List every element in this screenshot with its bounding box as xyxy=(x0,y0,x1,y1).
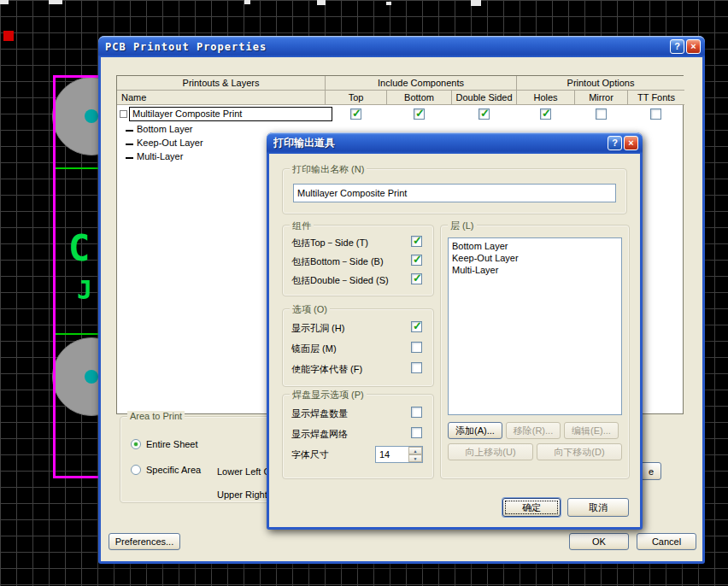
move-down-button[interactable]: 向下移动(D) xyxy=(537,443,622,460)
remove-layer-button[interactable]: 移除(R)... xyxy=(506,422,561,439)
move-up-button[interactable]: 向上移动(U) xyxy=(448,443,533,460)
checkbox-double-sided[interactable] xyxy=(478,108,490,120)
pcb-artifact xyxy=(49,0,62,4)
list-item[interactable]: Keep-Out Layer xyxy=(449,252,621,264)
confirm-button[interactable]: 确定 xyxy=(502,498,561,517)
pcb-artifact xyxy=(471,0,481,6)
pad-display-caption: 焊盘显示选项 (P) xyxy=(290,389,367,401)
font-size-label: 字体尺寸 xyxy=(291,448,329,461)
options-group: 选项 (O) 显示孔洞 (H) 镜面层 (M) 使能字体代替 (F) xyxy=(282,308,434,387)
list-item[interactable]: Bottom Layer xyxy=(449,240,621,252)
checkbox-mirror[interactable] xyxy=(596,108,607,120)
pcb-red-marker xyxy=(3,31,14,41)
table-col-holes[interactable]: Holes xyxy=(517,91,575,105)
layers-listbox[interactable]: Bottom Layer Keep-Out Layer Multi-Layer xyxy=(448,237,622,415)
child-dialog-titlebar[interactable]: 打印输出道具 ? × xyxy=(267,132,643,154)
pad-display-options-group: 焊盘显示选项 (P) 显示焊盘数量 显示焊盘网络 字体尺寸 14 ▲ ▼ xyxy=(282,394,434,479)
cancel-button[interactable]: 取消 xyxy=(567,498,629,517)
show-pad-number-label: 显示焊盘数量 xyxy=(291,407,348,420)
layers-caption: 层 (L) xyxy=(448,220,477,232)
show-pad-net-label: 显示焊盘网络 xyxy=(291,428,348,441)
ok-button[interactable]: OK xyxy=(569,533,629,550)
include-top-side-checkbox[interactable] xyxy=(411,236,422,247)
close-icon[interactable]: × xyxy=(686,39,701,54)
table-col-mirror[interactable]: Mirror xyxy=(575,91,628,105)
output-name-caption: 打印输出名称 (N) xyxy=(290,163,367,176)
upper-right-label: Upper Right xyxy=(217,489,267,500)
spin-up-icon[interactable]: ▲ xyxy=(408,447,422,454)
table-col-name[interactable]: Name xyxy=(117,91,326,105)
tree-branch-line xyxy=(126,144,133,145)
child-dialog-title: 打印输出道具 xyxy=(273,136,606,150)
table-col-double-sided[interactable]: Double Sided xyxy=(452,91,517,105)
area-to-print-caption: Area to Print xyxy=(127,411,185,421)
add-layer-button[interactable]: 添加(A)... xyxy=(448,422,502,439)
output-name-group: 打印输出名称 (N) xyxy=(282,168,627,214)
specific-area-radio[interactable] xyxy=(131,465,141,475)
entire-sheet-radio[interactable] xyxy=(131,439,141,449)
include-double-sided-label: 包括Double－Sided (S) xyxy=(291,274,389,287)
edit-layer-button[interactable]: 编辑(E)... xyxy=(564,422,619,439)
tree-expand-box[interactable] xyxy=(120,110,127,118)
list-item[interactable]: Multi-Layer xyxy=(449,264,621,276)
preferences-button[interactable]: Preferences... xyxy=(109,533,180,550)
options-caption: 选项 (O) xyxy=(290,303,330,316)
main-dialog-titlebar[interactable]: PCB Printout Properties ? × xyxy=(98,36,705,57)
include-double-sided-checkbox[interactable] xyxy=(411,273,422,284)
print-output-properties-dialog: 打印输出道具 ? × 打印输出名称 (N) 组件 包括Top－Side (T) … xyxy=(267,132,643,530)
show-pad-number-checkbox[interactable] xyxy=(411,407,422,418)
mirror-layer-label: 镜面层 (M) xyxy=(291,343,337,355)
tree-item-multi-layer[interactable]: Multi-Layer xyxy=(137,151,183,161)
pcb-artifact xyxy=(244,0,250,4)
checkbox-holes[interactable] xyxy=(540,108,551,120)
components-group: 组件 包括Top－Side (T) 包括Bottom－Side (B) 包括Do… xyxy=(282,225,434,296)
main-dialog-title: PCB Printout Properties xyxy=(105,41,668,53)
help-icon[interactable]: ? xyxy=(670,39,684,54)
pcb-artifact xyxy=(0,0,9,4)
tree-item-keep-out-layer[interactable]: Keep-Out Layer xyxy=(137,138,203,148)
table-group-header-printout-options[interactable]: Printout Options xyxy=(517,76,684,91)
pcb-artifact xyxy=(386,2,391,5)
close-icon[interactable]: × xyxy=(624,136,638,150)
enable-font-substitution-label: 使能字体代替 (F) xyxy=(291,363,362,376)
font-size-spinner[interactable]: 14 ▲ ▼ xyxy=(375,446,423,463)
enable-font-substitution-checkbox[interactable] xyxy=(411,362,422,373)
spin-down-icon[interactable]: ▼ xyxy=(408,454,422,462)
layers-group: 层 (L) Bottom Layer Keep-Out Layer Multi-… xyxy=(440,225,630,479)
table-col-bottom[interactable]: Bottom xyxy=(387,91,452,105)
output-name-input[interactable] xyxy=(293,184,616,202)
table-group-header-include-components[interactable]: Include Components xyxy=(326,76,517,91)
show-pad-net-checkbox[interactable] xyxy=(411,427,422,438)
tree-branch-line xyxy=(126,157,133,159)
checkbox-bottom[interactable] xyxy=(414,108,425,120)
pcb-artifact xyxy=(317,0,326,5)
font-size-value[interactable]: 14 xyxy=(376,447,408,462)
screen: { "icons": { "help": "?", "close": "×", … xyxy=(0,0,728,586)
entire-sheet-label[interactable]: Entire Sheet xyxy=(146,439,198,449)
show-holes-checkbox[interactable] xyxy=(411,321,422,332)
specific-area-label[interactable]: Specific Area xyxy=(146,465,201,475)
printout-name-edit[interactable]: Multilayer Composite Print xyxy=(129,107,332,121)
checkbox-top[interactable] xyxy=(350,108,361,120)
include-bottom-side-checkbox[interactable] xyxy=(411,255,422,266)
tree-branch-line xyxy=(126,130,133,132)
lower-left-label: Lower Left C xyxy=(217,466,270,477)
help-icon[interactable]: ? xyxy=(608,136,622,150)
include-bottom-side-label: 包括Bottom－Side (B) xyxy=(291,255,384,268)
spinner-buttons: ▲ ▼ xyxy=(408,447,422,462)
components-caption: 组件 xyxy=(290,220,314,232)
child-dialog-body: 打印输出名称 (N) 组件 包括Top－Side (T) 包括Bottom－Si… xyxy=(269,154,640,527)
cancel-button[interactable]: Cancel xyxy=(637,533,696,550)
table-group-header-printouts-layers[interactable]: Printouts & Layers xyxy=(117,76,326,91)
tree-item-bottom-layer[interactable]: Bottom Layer xyxy=(137,124,192,134)
mirror-layer-checkbox[interactable] xyxy=(411,342,422,353)
checkbox-tt-fonts[interactable] xyxy=(650,108,661,120)
table-col-top[interactable]: Top xyxy=(326,91,387,105)
show-holes-label: 显示孔洞 (H) xyxy=(291,322,344,335)
table-col-tt-fonts[interactable]: TT Fonts xyxy=(628,91,684,105)
include-top-side-label: 包括Top－Side (T) xyxy=(291,237,368,249)
